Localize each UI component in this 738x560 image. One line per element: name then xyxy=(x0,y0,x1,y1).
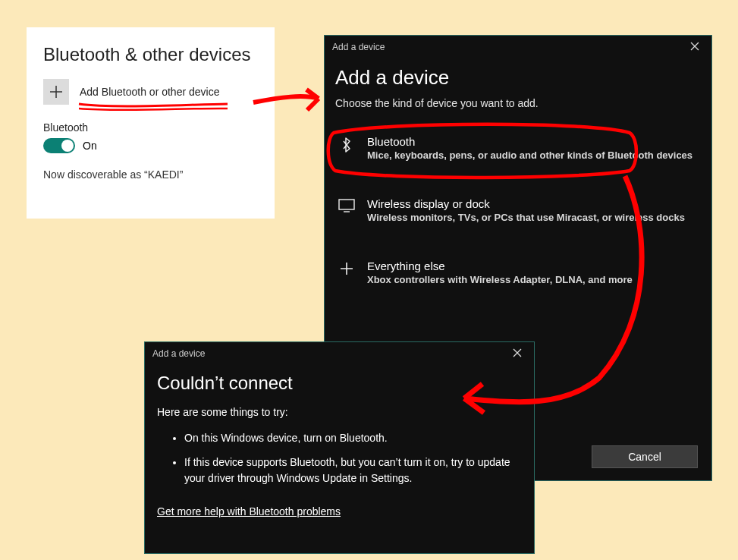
display-icon xyxy=(338,199,355,212)
toggle-state-label: On xyxy=(83,140,97,152)
page-title: Bluetooth & other devices xyxy=(43,44,258,65)
modal-heading: Add a device xyxy=(335,66,701,90)
discoverable-status: Now discoverable as “KAEDI” xyxy=(43,168,258,181)
option-desc: Mice, keyboards, pens, or audio and othe… xyxy=(367,149,692,161)
modal-titlebar: Add a device xyxy=(325,36,711,58)
modal-titlebar-text: Add a device xyxy=(332,42,385,52)
couldnt-connect-modal: Add a device Couldn’t connect Here are s… xyxy=(144,341,535,554)
error-subheading: Here are some things to try: xyxy=(157,406,522,418)
add-device-button[interactable]: Add Bluetooth or other device xyxy=(43,79,258,105)
add-device-label: Add Bluetooth or other device xyxy=(80,86,219,98)
option-bluetooth[interactable]: Bluetooth Mice, keyboards, pens, or audi… xyxy=(335,129,701,167)
svg-rect-0 xyxy=(339,200,354,209)
list-item: If this device supports Bluetooth, but y… xyxy=(184,455,510,487)
option-title: Bluetooth xyxy=(367,135,692,148)
plus-icon xyxy=(338,261,355,276)
close-icon[interactable] xyxy=(508,346,526,361)
modal-titlebar: Add a device xyxy=(145,342,534,365)
bluetooth-toggle[interactable] xyxy=(43,138,75,153)
option-wireless-display[interactable]: Wireless display or dock Wireless monito… xyxy=(335,191,701,229)
cancel-button[interactable]: Cancel xyxy=(592,445,698,468)
list-item: On this Windows device, turn on Bluetoot… xyxy=(184,430,510,447)
bluetooth-settings-panel: Bluetooth & other devices Add Bluetooth … xyxy=(27,27,275,219)
modal-titlebar-text: Add a device xyxy=(152,348,205,359)
bluetooth-section-label: Bluetooth xyxy=(43,121,258,134)
option-title: Everything else xyxy=(367,260,633,272)
option-everything-else[interactable]: Everything else Xbox controllers with Wi… xyxy=(335,253,701,291)
option-desc: Wireless monitors, TVs, or PCs that use … xyxy=(367,212,685,223)
option-desc: Xbox controllers with Wireless Adapter, … xyxy=(367,274,633,285)
error-tips-list: On this Windows device, turn on Bluetoot… xyxy=(184,430,522,487)
bluetooth-icon xyxy=(338,137,355,153)
toggle-knob xyxy=(61,140,74,152)
modal-subheading: Choose the kind of device you want to ad… xyxy=(335,97,701,109)
bluetooth-toggle-row: On xyxy=(43,138,258,153)
help-link[interactable]: Get more help with Bluetooth problems xyxy=(157,505,341,518)
plus-icon xyxy=(43,79,69,105)
error-heading: Couldn’t connect xyxy=(157,373,522,394)
option-title: Wireless display or dock xyxy=(367,197,685,210)
close-icon[interactable] xyxy=(686,39,704,55)
